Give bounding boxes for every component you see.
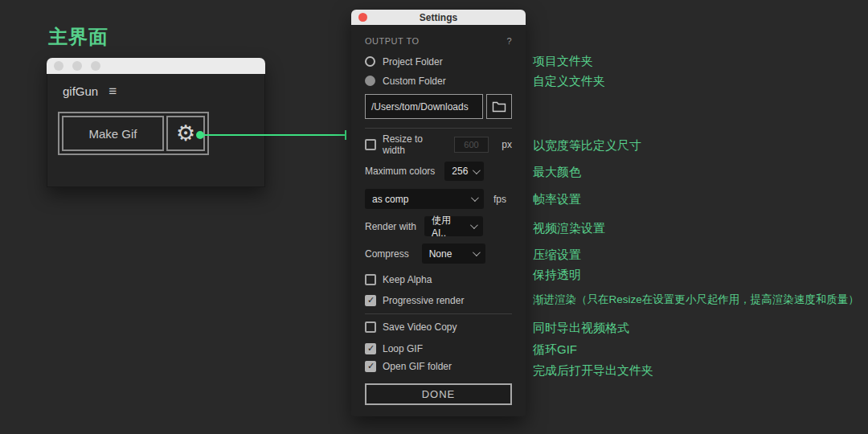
checkbox-icon [365, 343, 376, 354]
resize-to-width-label: Resize to width [383, 133, 448, 156]
gifgun-body: gifGun ≡ Make Gif ⚙ [47, 74, 265, 187]
compress-value: None [429, 248, 452, 260]
frame-rate-value: as comp [372, 194, 408, 205]
compress-label: Compress [365, 248, 409, 260]
divider [365, 128, 512, 129]
checkbox-icon[interactable] [365, 139, 376, 150]
frame-rate-select[interactable]: as comp [365, 189, 484, 209]
hamburger-icon[interactable]: ≡ [108, 84, 117, 98]
window-button-icon[interactable] [91, 61, 100, 71]
open-gif-folder-label: Open GIF folder [383, 361, 452, 372]
window-button-icon[interactable] [54, 61, 63, 71]
px-unit-label: px [502, 139, 512, 150]
frame-rate-row: as comp fps [365, 189, 512, 209]
chevron-down-icon [470, 221, 478, 229]
output-path-input[interactable]: /Users/tom/Downloads [365, 94, 483, 119]
annotation-custom-folder: 自定义文件夹 [533, 74, 605, 89]
loop-gif-checkbox[interactable]: Loop GIF [365, 342, 512, 354]
settings-titlebar: Settings [351, 10, 526, 25]
max-colors-label: Maximum colors [365, 166, 435, 177]
page-title: 主界面 [48, 24, 108, 50]
open-gif-folder-checkbox[interactable]: Open GIF folder [365, 360, 512, 372]
checkbox-icon [365, 361, 376, 372]
connector-line [203, 134, 346, 136]
custom-folder-radio[interactable]: Custom Folder [365, 75, 512, 87]
gear-icon: ⚙ [176, 123, 195, 145]
max-colors-select[interactable]: 256 [444, 162, 484, 181]
window-button-icon[interactable] [72, 61, 82, 71]
render-with-label: Render with [365, 221, 416, 232]
settings-window-title: Settings [351, 12, 526, 23]
annotation-frame-rate: 帧率设置 [533, 192, 581, 207]
chevron-down-icon [471, 194, 479, 202]
close-icon[interactable] [358, 13, 367, 22]
loop-gif-label: Loop GIF [383, 343, 423, 354]
divider [365, 313, 512, 314]
radio-icon [365, 76, 375, 86]
annotation-resize-width: 以宽度等比定义尺寸 [533, 138, 641, 154]
folder-icon [492, 100, 506, 113]
help-icon[interactable]: ? [506, 36, 512, 46]
save-video-copy-label: Save Video Copy [383, 321, 457, 333]
progressive-render-label: Progressive render [383, 295, 464, 306]
settings-window: Settings OUTPUT TO ? Project Folder Cust… [351, 10, 526, 416]
gifgun-title: gifGun [63, 84, 98, 98]
annotation-max-colors: 最大颜色 [533, 165, 581, 180]
keep-alpha-label: Keep Alpha [383, 274, 432, 285]
fps-unit-label: fps [493, 194, 506, 205]
resize-row: Resize to width 600 px [365, 136, 512, 153]
render-with-value: 使用 AI.. [432, 214, 465, 239]
annotation-keep-alpha: 保持透明 [533, 268, 581, 283]
save-video-copy-checkbox[interactable]: Save Video Copy [365, 321, 512, 333]
max-colors-row: Maximum colors 256 [365, 162, 512, 181]
annotation-progressive: 渐进渲染（只在Resize在设置更小尺起作用，提高渲染速度和质量） [533, 293, 859, 307]
compress-row: Compress None [365, 244, 512, 264]
render-with-select[interactable]: 使用 AI.. [424, 216, 483, 236]
checkbox-icon [365, 321, 376, 333]
annotation-save-video: 同时导出视频格式 [533, 321, 629, 336]
checkbox-icon [365, 274, 376, 285]
chevron-down-icon [473, 166, 481, 174]
compress-select[interactable]: None [422, 244, 485, 264]
project-folder-radio[interactable]: Project Folder [365, 55, 512, 68]
render-with-row: Render with 使用 AI.. [365, 216, 512, 236]
checkbox-icon [365, 295, 376, 306]
connector-endcap [345, 130, 346, 140]
done-button[interactable]: DONE [365, 383, 512, 405]
chevron-down-icon [473, 248, 481, 256]
output-to-label: OUTPUT TO [365, 36, 419, 46]
annotation-loop-gif: 循环GIF [533, 342, 577, 358]
progressive-render-checkbox[interactable]: Progressive render [365, 294, 512, 306]
annotation-render-with: 视频渲染设置 [533, 221, 605, 236]
radio-icon [365, 56, 375, 67]
project-folder-label: Project Folder [383, 56, 443, 68]
max-colors-value: 256 [452, 166, 468, 177]
annotation-open-folder: 完成后打开导出文件夹 [533, 363, 653, 379]
annotation-compress: 压缩设置 [533, 248, 581, 263]
keep-alpha-checkbox[interactable]: Keep Alpha [365, 273, 512, 285]
annotation-project-folder: 项目文件夹 [533, 54, 593, 69]
gifgun-window: gifGun ≡ Make Gif ⚙ [47, 58, 265, 187]
gifgun-controls: Make Gif ⚙ [58, 112, 209, 155]
custom-folder-label: Custom Folder [383, 76, 446, 87]
gifgun-titlebar [47, 58, 265, 74]
make-gif-button[interactable]: Make Gif [62, 116, 164, 151]
resize-width-input[interactable]: 600 [454, 137, 489, 153]
browse-folder-button[interactable] [486, 94, 512, 119]
